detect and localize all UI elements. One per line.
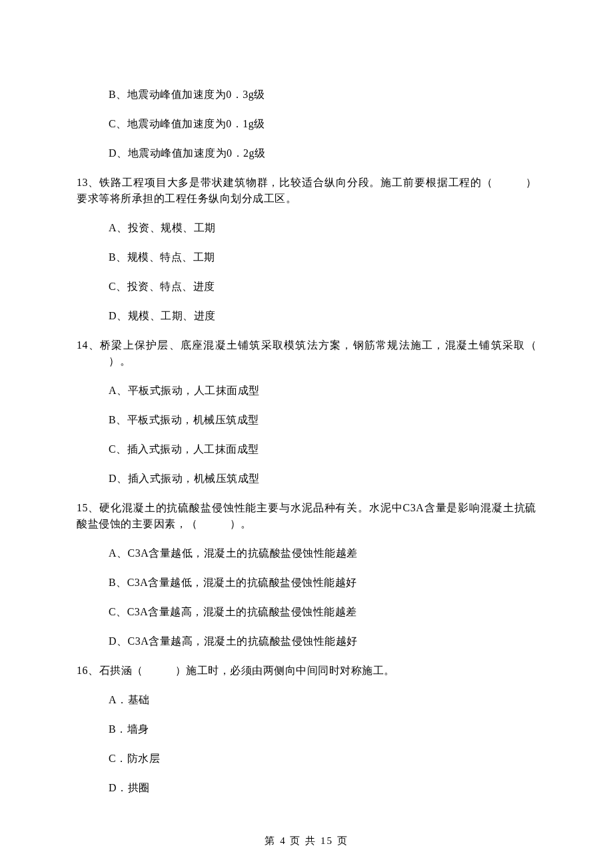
q13-option-a: A、投资、规模、工期 xyxy=(109,220,536,236)
q12-option-b: B、地震动峰值加速度为0．3g级 xyxy=(109,87,536,103)
page-footer: 第 4 页 共 15 页 xyxy=(0,833,613,849)
q14-stem-pre: 14、桥梁上保护层、底座混凝土铺筑采取模筑法方案，钢筋常规法施工，混凝土铺筑采取… xyxy=(77,339,536,351)
q15-stem-post: ）。 xyxy=(230,518,252,529)
q15-option-c: C、C3A含量越高，混凝土的抗硫酸盐侵蚀性能越差 xyxy=(109,604,536,620)
q12-option-c: C、地震动峰值加速度为0．1g级 xyxy=(109,116,536,132)
q13-stem-pre: 13、铁路工程项目大多是带状建筑物群，比较适合纵向分段。施工前要根据工程的（ xyxy=(77,177,493,188)
q16-stem: 16、石拱涵（）施工时，必须由两侧向中间同时对称施工。 xyxy=(77,663,536,679)
q15-stem: 15、硬化混凝土的抗硫酸盐侵蚀性能主要与水泥品种有关。水泥中C3A含量是影响混凝… xyxy=(77,500,536,532)
q14-option-b: B、平板式振动，机械压筑成型 xyxy=(109,412,536,428)
q13-option-b: B、规模、特点、工期 xyxy=(109,249,536,265)
q16-stem-pre: 16、石拱涵（ xyxy=(77,665,143,676)
document-page: B、地震动峰值加速度为0．3g级 C、地震动峰值加速度为0．1g级 D、地震动峰… xyxy=(0,0,613,868)
q14-stem-post: ）。 xyxy=(109,355,131,367)
q15-option-d: D、C3A含量越高，混凝土的抗硫酸盐侵蚀性能越好 xyxy=(109,633,536,649)
q13-stem: 13、铁路工程项目大多是带状建筑物群，比较适合纵向分段。施工前要根据工程的（）要… xyxy=(77,175,536,207)
q13-option-c: C、投资、特点、进度 xyxy=(109,279,536,295)
q14-option-c: C、插入式振动，人工抹面成型 xyxy=(109,441,536,457)
q16-option-a: A．基础 xyxy=(109,692,536,708)
q15-option-a: A、C3A含量越低，混凝土的抗硫酸盐侵蚀性能越差 xyxy=(109,545,536,561)
q12-option-d: D、地震动峰值加速度为0．2g级 xyxy=(109,145,536,161)
q16-stem-post: ）施工时，必须由两侧向中间同时对称施工。 xyxy=(175,665,395,676)
q15-stem-pre: 15、硬化混凝土的抗硫酸盐侵蚀性能主要与水泥品种有关。水泥中C3A含量是影响混凝… xyxy=(77,502,536,529)
q14-stem: 14、桥梁上保护层、底座混凝土铺筑采取模筑法方案，钢筋常规法施工，混凝土铺筑采取… xyxy=(77,337,536,369)
q14-option-a: A、平板式振动，人工抹面成型 xyxy=(109,383,536,399)
q16-option-c: C．防水层 xyxy=(109,751,536,767)
q16-option-d: D．拱圈 xyxy=(109,780,536,796)
q14-option-d: D、插入式振动，机械压筑成型 xyxy=(109,471,536,487)
q15-option-b: B、C3A含量越低，混凝土的抗硫酸盐侵蚀性能越好 xyxy=(109,575,536,591)
q13-option-d: D、规模、工期、进度 xyxy=(109,308,536,324)
q16-option-b: B．墙身 xyxy=(109,721,536,737)
